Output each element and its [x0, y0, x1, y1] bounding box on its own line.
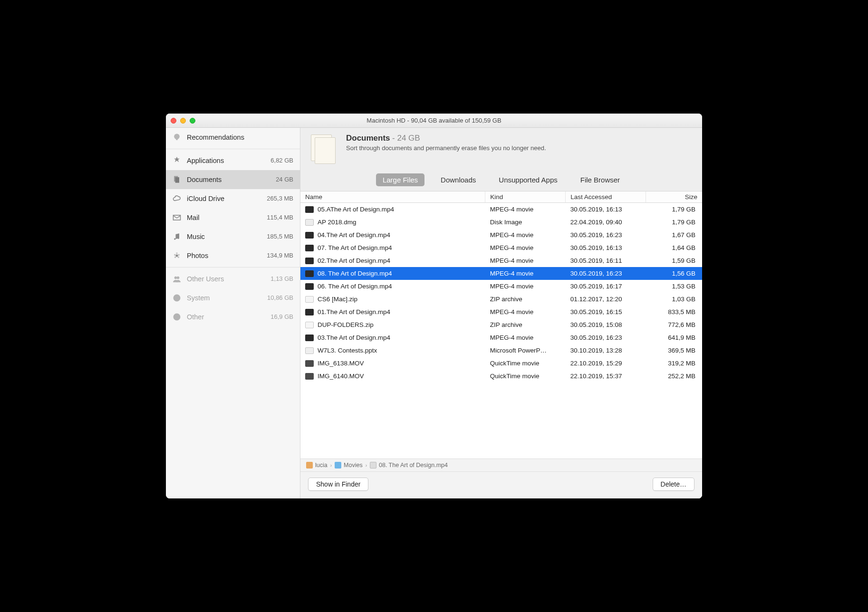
- file-size: 1,79 GB: [646, 216, 702, 229]
- show-in-finder-button[interactable]: Show in Finder: [308, 478, 368, 491]
- table-row[interactable]: 07. The Art of Design.mp4MPEG-4 movie30.…: [300, 241, 702, 254]
- traffic-lights: [171, 118, 195, 124]
- table-row[interactable]: W7L3. Contests.pptxMicrosoft PowerP…30.1…: [300, 344, 702, 357]
- sidebar-item-system[interactable]: System10,86 GB: [166, 288, 300, 307]
- file-name: DUP-FOLDERS.zip: [318, 321, 374, 328]
- file-name: 01.The Art of Design.mp4: [318, 308, 390, 316]
- file-size: 1,59 GB: [646, 254, 702, 267]
- file-name: AP 2018.dmg: [318, 219, 357, 226]
- sidebar-item-label: Applications: [187, 157, 266, 164]
- sidebar-item-other[interactable]: Other16,9 GB: [166, 307, 300, 326]
- sidebar-item-label: Other Users: [187, 275, 266, 283]
- home-icon: [306, 462, 313, 469]
- zip-file-icon: [305, 296, 314, 303]
- file-name: 05.AThe Art of Design.mp4: [318, 206, 394, 213]
- table-row[interactable]: 01.The Art of Design.mp4MPEG-4 movie30.0…: [300, 306, 702, 318]
- table-row[interactable]: IMG_6138.MOVQuickTime movie22.10.2019, 1…: [300, 357, 702, 370]
- svg-point-0: [174, 134, 180, 139]
- column-header-last-accessed[interactable]: Last Accessed: [566, 191, 646, 203]
- sidebar-item-other-users[interactable]: Other Users1,13 GB: [166, 269, 300, 288]
- file-size: 369,5 MB: [646, 344, 702, 357]
- sidebar-item-photos[interactable]: Photos134,9 MB: [166, 246, 300, 265]
- file-size: 1,53 GB: [646, 280, 702, 293]
- documents-icon: [308, 134, 338, 164]
- file-kind: MPEG-4 movie: [485, 267, 566, 280]
- tab-file-browser[interactable]: File Browser: [574, 173, 627, 186]
- sidebar-item-size: 10,86 GB: [267, 294, 293, 301]
- documents-icon: [172, 174, 182, 185]
- sidebar-item-music[interactable]: Music185,5 MB: [166, 227, 300, 246]
- header-size: 24 GB: [397, 134, 420, 143]
- table-row[interactable]: 06. The Art of Design.mp4MPEG-4 movie30.…: [300, 280, 702, 293]
- maximize-button[interactable]: [190, 118, 195, 124]
- video-file-icon: [305, 258, 314, 264]
- sidebar-item-applications[interactable]: Applications6,82 GB: [166, 151, 300, 170]
- column-header-kind[interactable]: Kind: [485, 191, 566, 203]
- file-kind: QuickTime movie: [485, 357, 566, 370]
- svg-point-6: [176, 252, 178, 254]
- table-row[interactable]: DUP-FOLDERS.zipZIP archive30.05.2019, 15…: [300, 318, 702, 331]
- video-file-icon: [305, 245, 314, 251]
- close-button[interactable]: [171, 118, 176, 124]
- table-row[interactable]: 05.AThe Art of Design.mp4MPEG-4 movie30.…: [300, 203, 702, 216]
- file-kind: MPEG-4 movie: [485, 229, 566, 241]
- system-icon: [172, 293, 182, 303]
- video-file-icon: [305, 270, 314, 277]
- lightbulb-icon: [172, 132, 182, 143]
- sidebar-item-recommendations[interactable]: Recommendations: [166, 128, 300, 147]
- sidebar-item-label: Other: [187, 313, 266, 321]
- column-header-name[interactable]: Name: [300, 191, 485, 203]
- breadcrumb-segment[interactable]: Movies: [335, 462, 363, 469]
- sidebar-item-size: 265,3 MB: [267, 195, 293, 202]
- table-row[interactable]: 08. The Art of Design.mp4MPEG-4 movie30.…: [300, 267, 702, 280]
- file-last-accessed: 30.10.2019, 13:28: [566, 344, 646, 357]
- header-description: Sort through documents and permanently e…: [346, 144, 546, 152]
- minimize-button[interactable]: [180, 118, 186, 124]
- file-name: 06. The Art of Design.mp4: [318, 283, 392, 290]
- file-last-accessed: 30.05.2019, 16:15: [566, 306, 646, 318]
- table-row[interactable]: 03.The Art of Design.mp4MPEG-4 movie30.0…: [300, 331, 702, 344]
- tab-large-files[interactable]: Large Files: [376, 173, 424, 186]
- mov-file-icon: [305, 373, 314, 380]
- sidebar-item-mail[interactable]: Mail115,4 MB: [166, 208, 300, 227]
- delete-button[interactable]: Delete…: [653, 478, 694, 491]
- column-header-size[interactable]: Size: [646, 191, 702, 203]
- table-row[interactable]: 04.The Art of Design.mp4MPEG-4 movie30.0…: [300, 229, 702, 241]
- file-kind: MPEG-4 movie: [485, 203, 566, 216]
- file-size: 1,67 GB: [646, 229, 702, 241]
- pptx-file-icon: [305, 347, 314, 354]
- video-file-icon: [305, 206, 314, 213]
- sidebar-item-label: Photos: [187, 252, 262, 259]
- footer-actions: Show in Finder Delete…: [300, 471, 702, 498]
- file-kind: MPEG-4 movie: [485, 306, 566, 318]
- file-size: 772,6 MB: [646, 318, 702, 331]
- cloud-icon: [172, 193, 182, 204]
- table-row[interactable]: 02.The Art of Design.mp4MPEG-4 movie30.0…: [300, 254, 702, 267]
- file-last-accessed: 30.05.2019, 15:08: [566, 318, 646, 331]
- sidebar-item-documents[interactable]: Documents24 GB: [166, 170, 300, 189]
- table-row[interactable]: CS6 [Mac].zipZIP archive01.12.2017, 12:2…: [300, 293, 702, 306]
- file-size: 252,2 MB: [646, 370, 702, 382]
- users-icon: [172, 274, 182, 284]
- file-table: Name Kind Last Accessed Size 05.AThe Art…: [300, 191, 702, 382]
- file-name: IMG_6140.MOV: [318, 373, 364, 380]
- sidebar-item-icloud-drive[interactable]: iCloud Drive265,3 MB: [166, 189, 300, 208]
- breadcrumb-label: Movies: [344, 462, 363, 469]
- file-last-accessed: 22.04.2019, 09:40: [566, 216, 646, 229]
- mail-icon: [172, 212, 182, 223]
- tab-unsupported-apps[interactable]: Unsupported Apps: [492, 173, 564, 186]
- titlebar[interactable]: Macintosh HD - 90,04 GB available of 150…: [166, 114, 702, 128]
- file-size: 319,2 MB: [646, 357, 702, 370]
- video-file-icon: [305, 335, 314, 341]
- file-last-accessed: 22.10.2019, 15:37: [566, 370, 646, 382]
- file-kind: Microsoft PowerP…: [485, 344, 566, 357]
- music-icon: [172, 231, 182, 242]
- tab-downloads[interactable]: Downloads: [434, 173, 482, 186]
- table-row[interactable]: IMG_6140.MOVQuickTime movie22.10.2019, 1…: [300, 370, 702, 382]
- file-kind: ZIP archive: [485, 293, 566, 306]
- file-name: 07. The Art of Design.mp4: [318, 244, 392, 251]
- breadcrumb-segment[interactable]: 08. The Art of Design.mp4: [370, 462, 448, 469]
- breadcrumb-segment[interactable]: lucia: [306, 462, 328, 469]
- file-kind: ZIP archive: [485, 318, 566, 331]
- table-row[interactable]: AP 2018.dmgDisk Image22.04.2019, 09:401,…: [300, 216, 702, 229]
